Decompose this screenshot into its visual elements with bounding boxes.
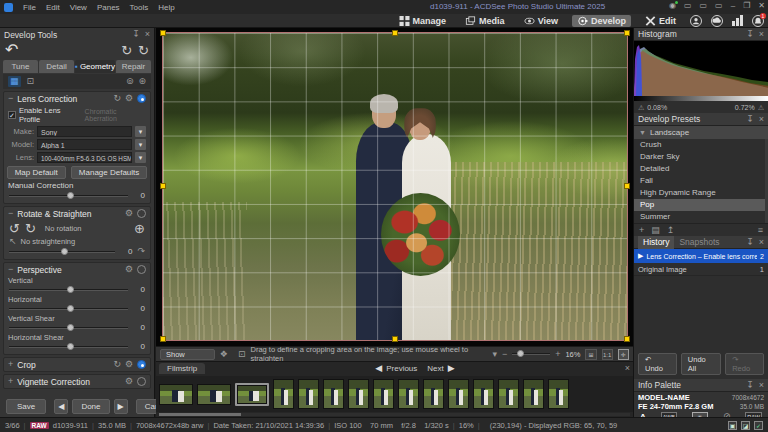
pin-icon[interactable]: ↧ <box>746 115 754 124</box>
filmstrip-thumbnail[interactable] <box>498 379 519 409</box>
notification-bell-icon[interactable]: 1 <box>752 15 764 27</box>
grid-overlay-icon[interactable]: ▦ <box>8 76 21 87</box>
filmstrip-thumbnail[interactable] <box>159 384 193 405</box>
import-preset-icon[interactable]: ▤ <box>651 226 660 235</box>
pan-tool-icon[interactable]: ✛ <box>618 349 629 360</box>
account-icon[interactable]: ◉ <box>669 1 676 10</box>
rotate-cw-icon[interactable]: ↻ <box>25 222 36 235</box>
undo-all-button[interactable]: Undo All <box>681 353 721 375</box>
next-image-button[interactable]: ▶ <box>114 399 128 414</box>
reset-icon[interactable]: ↻ <box>113 94 121 103</box>
tab-history[interactable]: History <box>638 236 674 249</box>
add-preset-icon[interactable]: + <box>639 226 644 235</box>
enable-lens-profile-checkbox[interactable]: ✓ <box>8 111 16 119</box>
crop-handle[interactable] <box>392 30 398 36</box>
preset-item[interactable]: Crush <box>634 139 765 151</box>
make-select[interactable]: Sony <box>37 126 132 137</box>
filmstrip-thumbnail[interactable] <box>548 379 569 409</box>
next-arrow-icon[interactable]: ▶ <box>448 364 455 373</box>
brush-tool-icon[interactable]: ⊚ <box>126 77 134 86</box>
tab-develop[interactable]: Develop <box>572 15 631 27</box>
sync-settings-icon[interactable]: ↻ <box>138 44 149 57</box>
preset-group-collapse-icon[interactable]: ▼ <box>639 129 646 136</box>
expand-icon[interactable]: + <box>8 377 13 386</box>
previous-arrow-icon[interactable]: ◀ <box>375 364 382 373</box>
filmstrip-thumbnail[interactable] <box>523 379 544 409</box>
restore-button[interactable]: ❐ <box>743 1 750 10</box>
gear-icon[interactable]: ⚙ <box>125 360 133 369</box>
next-label[interactable]: Next <box>427 364 443 373</box>
crop-handle[interactable] <box>624 30 630 36</box>
gear-icon[interactable]: ⚙ <box>125 94 133 103</box>
vertical-shear-slider[interactable] <box>9 324 128 332</box>
lens-dropdown-icon[interactable]: ▾ <box>135 152 146 163</box>
preset-menu-icon[interactable]: ≡ <box>758 226 763 235</box>
actual-size-icon[interactable]: 1:1 <box>602 349 613 360</box>
tab-tune[interactable]: Tune <box>3 60 38 73</box>
share-preset-icon[interactable]: ↥ <box>667 226 675 235</box>
gradient-tool-icon[interactable]: ⊛ <box>138 77 146 86</box>
manage-defaults-button[interactable]: Manage Defaults <box>71 166 147 179</box>
crop-tool-icon[interactable]: ⊡ <box>27 77 35 86</box>
straighten-rotate-icon[interactable]: ↷ <box>137 247 145 256</box>
dashboard-chart-icon[interactable] <box>732 15 743 26</box>
horizontal-shear-slider[interactable] <box>9 343 128 351</box>
lens-select[interactable]: 100-400mm F5-6.3 DG OS HSM | C <box>37 152 132 163</box>
crop-handle[interactable] <box>624 183 630 189</box>
tab-snapshots[interactable]: Snapshots <box>674 237 724 247</box>
close-filmstrip-icon[interactable]: × <box>625 364 630 373</box>
section-toggle[interactable] <box>137 209 146 218</box>
redo-button[interactable]: ↷ Redo <box>725 353 764 375</box>
model-select[interactable]: Alpha 1 <box>37 139 132 150</box>
history-entry-selected[interactable]: ▶ Lens Correction – Enable lens correcti… <box>634 249 768 263</box>
manual-correction-slider[interactable] <box>9 192 128 200</box>
rotate-ccw-icon[interactable]: ↺ <box>9 222 20 235</box>
show-original-button[interactable]: Show Original <box>160 349 215 360</box>
zoom-in-icon[interactable]: + <box>555 350 560 359</box>
gear-icon[interactable]: ⚙ <box>125 265 133 274</box>
expand-icon[interactable]: + <box>8 360 13 369</box>
crop-handle[interactable] <box>160 183 166 189</box>
people-mode-icon[interactable] <box>690 15 702 27</box>
filmstrip-tab[interactable]: Filmstrip <box>159 363 205 374</box>
preset-item[interactable]: High Dynamic Range <box>634 187 765 199</box>
filmstrip-thumbnail[interactable] <box>348 379 369 409</box>
tab-repair[interactable]: Repair <box>116 60 151 73</box>
preset-item[interactable]: Detailed <box>634 163 765 175</box>
undo-arrow-icon[interactable]: ↶ <box>5 42 18 58</box>
filmstrip-thumbnail[interactable] <box>398 379 419 409</box>
previous-image-button[interactable]: ◀ <box>54 399 68 414</box>
collapse-icon[interactable]: − <box>8 209 13 218</box>
close-icon[interactable]: × <box>759 238 764 247</box>
crop-handle[interactable] <box>624 336 630 342</box>
menu-file[interactable]: File <box>23 3 36 12</box>
close-button[interactable]: ✕ <box>758 1 765 10</box>
highlight-clip-warning-icon[interactable]: ⚠ <box>758 104 764 111</box>
image-viewport[interactable] <box>156 28 633 346</box>
filmstrip-thumbnail[interactable] <box>298 379 319 409</box>
vertical-slider[interactable] <box>9 286 128 294</box>
split-view-icon[interactable]: ◪ <box>741 421 750 430</box>
tab-media[interactable]: Media <box>460 15 510 27</box>
filmstrip-thumbnail[interactable] <box>423 379 444 409</box>
reset-all-icon[interactable]: ↻ <box>121 44 132 57</box>
menu-help[interactable]: Help <box>158 3 174 12</box>
section-toggle[interactable] <box>137 377 146 386</box>
close-icon[interactable]: × <box>759 381 764 390</box>
pin-icon[interactable]: ↧ <box>746 238 754 247</box>
map-default-button[interactable]: Map Default <box>7 166 66 179</box>
preset-item[interactable]: Summer <box>634 211 765 223</box>
preset-item-selected[interactable]: Pop <box>634 199 765 211</box>
horizontal-slider[interactable] <box>9 305 128 313</box>
previous-label[interactable]: Previous <box>386 364 417 373</box>
tab-manage[interactable]: Manage <box>394 15 452 27</box>
filmstrip-thumbnail[interactable] <box>448 379 469 409</box>
tab-detail[interactable]: Detail <box>39 60 74 73</box>
zoom-level[interactable]: 16% <box>565 350 580 359</box>
model-dropdown-icon[interactable]: ▾ <box>135 139 146 150</box>
crop-active-toggle[interactable] <box>137 360 146 369</box>
expand-view-icon[interactable]: ❖ <box>220 350 228 359</box>
reset-icon[interactable]: ↻ <box>113 360 121 369</box>
zoom-out-icon[interactable]: − <box>502 350 507 359</box>
preset-group-label[interactable]: Landscape <box>650 128 689 137</box>
